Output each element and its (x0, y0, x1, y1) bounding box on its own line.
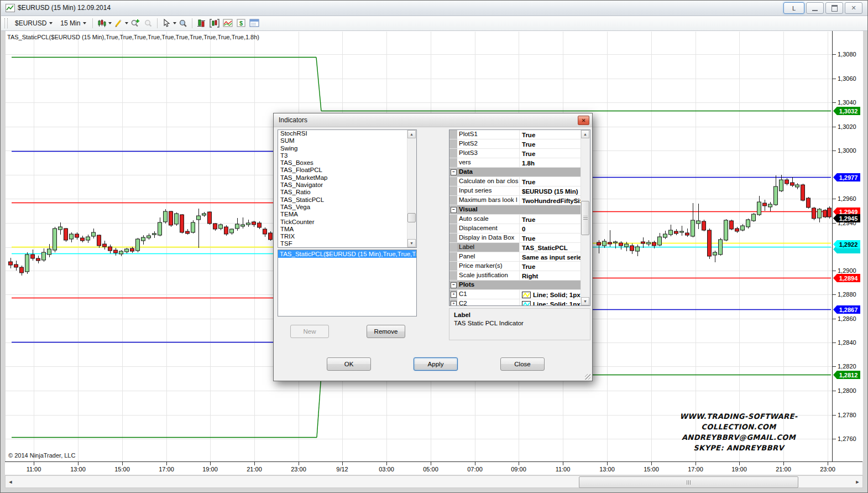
property-row[interactable]: LabelTAS_StaticPCL (449, 243, 590, 252)
chart-style-button[interactable] (95, 17, 108, 29)
property-row[interactable]: Auto scaleTrue (449, 215, 590, 224)
selected-indicator-item[interactable]: TAS_StaticPCL($EURUSD (15 Min),True,True… (278, 250, 416, 258)
horizontal-scrollbar[interactable]: ◄ ► (5, 475, 863, 488)
scroll-up-icon[interactable]: ▲ (581, 130, 589, 138)
bar-spacing-button[interactable] (195, 17, 208, 29)
list-item[interactable]: TAS_Navigator (278, 181, 416, 189)
list-item[interactable]: TRIX (278, 233, 416, 240)
property-value[interactable]: 1.8h (520, 158, 590, 167)
property-value[interactable]: Same as input series (520, 252, 590, 261)
close-dialog-button[interactable]: Close (500, 357, 545, 371)
expand-icon[interactable]: + (451, 292, 457, 298)
chart-trader-button[interactable] (208, 17, 221, 29)
scrollbar-thumb[interactable] (579, 476, 798, 488)
period-selector[interactable]: 15 Min (56, 18, 90, 29)
list-item[interactable]: Swing (278, 145, 416, 152)
restore-button[interactable] (825, 2, 843, 14)
instrument-selector[interactable]: $EURUSD (11, 18, 56, 29)
property-row[interactable]: PlotS2True (449, 139, 590, 149)
property-row[interactable]: Scale justificationRight (449, 271, 590, 281)
property-row[interactable]: Price marker(s)True (449, 262, 590, 271)
list-item[interactable]: TAS_MarketMap (278, 174, 416, 181)
ok-button[interactable]: OK (327, 357, 371, 371)
property-value[interactable]: True (520, 149, 590, 158)
list-item[interactable]: SUM (278, 137, 416, 144)
expand-icon[interactable]: + (451, 301, 457, 306)
scroll-down-icon[interactable]: ▼ (581, 297, 589, 305)
list-item[interactable]: TAS_Vega (278, 204, 416, 211)
list-item[interactable]: TMA (278, 226, 416, 233)
list-item[interactable]: TAS_StaticPCL (278, 196, 416, 204)
collapse-icon[interactable]: − (451, 207, 457, 213)
scroll-down-icon[interactable]: ▼ (407, 239, 416, 247)
close-button[interactable]: ✕ (845, 2, 862, 14)
property-value[interactable]: True (520, 233, 590, 242)
list-scrollbar[interactable]: ▲ ▼ (407, 130, 416, 247)
list-item[interactable]: TEMA (278, 211, 416, 218)
list-item[interactable]: TAS_Ratio (278, 189, 416, 196)
panel-overlay-button[interactable] (221, 17, 234, 29)
dialog-title-bar[interactable]: Indicators ✕ (274, 113, 592, 127)
scrollbar-thumb[interactable] (407, 213, 416, 222)
list-item[interactable]: TSF (278, 240, 416, 247)
property-value[interactable]: True (520, 177, 590, 186)
property-value[interactable]: Line; Solid; 1px (520, 299, 590, 306)
scrollbar-thumb[interactable] (581, 201, 589, 235)
scroll-up-icon[interactable]: ▲ (407, 130, 416, 138)
property-value[interactable]: True (520, 130, 590, 139)
property-category-row[interactable]: −Data (449, 168, 590, 177)
link-button[interactable]: L (783, 2, 804, 14)
property-value[interactable]: True (520, 139, 590, 148)
property-value[interactable]: 0 (520, 224, 590, 233)
collapse-icon[interactable]: − (451, 282, 457, 288)
property-value[interactable]: True (520, 262, 590, 271)
property-row[interactable]: vers1.8h (449, 158, 590, 168)
list-item[interactable]: TickCounter (278, 219, 416, 226)
account-dollar-button[interactable]: $ (234, 17, 248, 29)
indicator-properties-grid[interactable]: ▲ ▼ PlotS1TruePlotS2TruePlotS3Truevers1.… (449, 129, 590, 306)
resize-grip[interactable] (585, 374, 590, 380)
property-category-row[interactable]: −Visual (449, 205, 590, 215)
collapse-icon[interactable]: − (451, 169, 457, 175)
list-item[interactable]: TAS_FloatPCL (278, 167, 416, 174)
property-value[interactable]: TAS_StaticPCL (520, 243, 590, 252)
remove-button[interactable]: Remove (367, 325, 405, 338)
cursor-button[interactable] (160, 17, 173, 29)
property-row[interactable]: PlotS1True (449, 130, 590, 139)
data-grid-button[interactable] (248, 17, 261, 29)
drawing-tools-button[interactable] (112, 17, 125, 29)
configured-indicators-list[interactable]: TAS_StaticPCL($EURUSD (15 Min),True,True… (278, 250, 417, 316)
property-row[interactable]: PlotS3True (449, 149, 590, 158)
dialog-close-button[interactable]: ✕ (578, 116, 589, 125)
property-row[interactable]: Input series$EURUSD (15 Min) (449, 186, 590, 196)
property-row[interactable]: Calculate on bar closTrue (449, 177, 590, 186)
property-row[interactable]: Display in Data BoxTrue (449, 233, 590, 243)
property-value[interactable]: TwoHundredFiftySix (520, 196, 590, 205)
zoom-out-button[interactable] (142, 17, 155, 29)
list-item[interactable]: StochRSI (278, 130, 416, 137)
list-item[interactable]: TAS_Boxes (278, 159, 416, 167)
zoom-window-button[interactable] (176, 17, 190, 29)
property-row[interactable]: +C2Line; Solid; 1px (449, 299, 590, 306)
property-value[interactable]: Line; Solid; 1px (520, 290, 590, 299)
scroll-left-icon[interactable]: ◄ (7, 478, 14, 486)
property-value[interactable]: $EURUSD (15 Min) (520, 186, 590, 195)
list-item[interactable]: T3 (278, 152, 416, 159)
toolbar-grip[interactable] (4, 18, 8, 28)
title-bar[interactable]: $EURUSD (15 Min) 12.09.2014 L ✕ (1, 1, 868, 16)
property-value[interactable]: Right (520, 271, 590, 280)
price-axis[interactable]: 1,30801,30601,30401,30201,30001,29601,29… (832, 31, 863, 461)
available-indicators-list[interactable]: ▲ ▼ StochRSISUMSwingT3TAS_BoxesTAS_Float… (278, 129, 417, 248)
property-row[interactable]: +C1Line; Solid; 1px (449, 290, 590, 299)
time-axis[interactable]: 11:0013:0015:0017:0019:0021:0023:009/120… (5, 461, 862, 475)
zoom-in-button[interactable] (128, 17, 142, 29)
property-row[interactable]: Maximum bars look lTwoHundredFiftySix (449, 196, 590, 205)
minimize-button[interactable] (806, 2, 824, 14)
property-value[interactable]: True (520, 215, 590, 224)
property-row[interactable]: Displacement0 (449, 224, 590, 233)
grid-scrollbar[interactable]: ▲ ▼ (581, 130, 590, 305)
apply-button[interactable]: Apply (414, 357, 458, 371)
property-category-row[interactable]: −Plots (449, 281, 590, 290)
new-button[interactable]: New (290, 325, 329, 338)
property-row[interactable]: PanelSame as input series (449, 252, 590, 262)
